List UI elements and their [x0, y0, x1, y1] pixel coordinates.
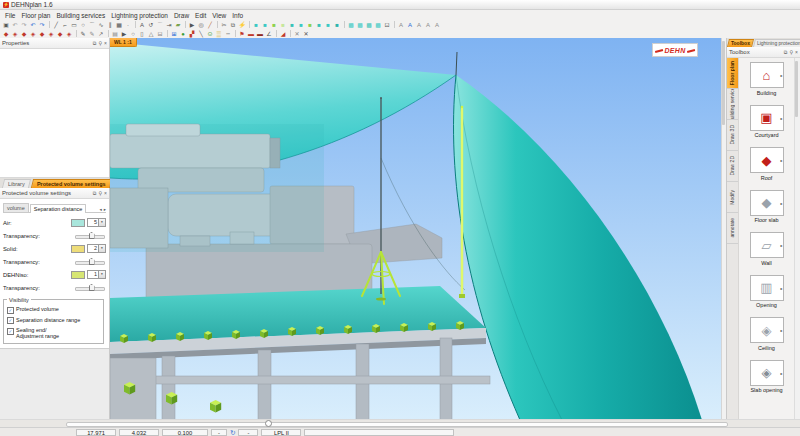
lightning-rod-icon[interactable]: ⚡	[238, 21, 246, 29]
canvas-horizontal-scrollbar-thumb[interactable]	[265, 420, 272, 427]
float-panel-icon[interactable]: ⧉	[784, 49, 788, 55]
fill-tool-icon[interactable]: ▰	[174, 21, 182, 29]
color-swatch-air[interactable]	[71, 219, 85, 227]
floor-slab-icon[interactable]: ◆▸	[750, 190, 784, 216]
material-green-tile-icon[interactable]: ■	[270, 21, 278, 29]
draw-hatch-icon[interactable]: ▦	[115, 21, 123, 29]
menu-edit[interactable]: Edit	[192, 11, 209, 20]
dock-tab-lightning-protection[interactable]: Lightning protection	[753, 39, 800, 47]
sheet-tab[interactable]: WL 1 :1	[110, 38, 137, 47]
toolbox-item-ceiling[interactable]: ◈▸Ceiling	[740, 317, 793, 351]
circle-tool-icon[interactable]: ○	[129, 30, 137, 38]
toolbox-item-wall[interactable]: ▱▸Wall	[740, 232, 793, 266]
ceiling-icon[interactable]: ◈▸	[750, 317, 784, 343]
building-icon[interactable]: ⌂▸	[750, 62, 784, 88]
canvas-vertical-scrollbar[interactable]	[721, 38, 726, 420]
clipboard-icon[interactable]: ⧉	[229, 21, 237, 29]
item-expander-icon[interactable]: ▸	[780, 73, 782, 78]
roof-icon[interactable]: ◆▸	[750, 147, 784, 173]
text-tool-icon[interactable]: A	[138, 21, 146, 29]
down-conductor-icon[interactable]: ◈	[29, 30, 37, 38]
color-swatch-solid[interactable]	[71, 245, 85, 253]
material-volume-tile-icon[interactable]: ■	[261, 21, 269, 29]
menu-info[interactable]: Info	[229, 11, 246, 20]
leader-arrow-icon[interactable]: ↗	[97, 30, 105, 38]
draw-arc-icon[interactable]: ⌒	[88, 21, 96, 29]
slider-thumb[interactable]	[89, 284, 95, 291]
toolbox-scrollbar[interactable]	[794, 58, 800, 420]
courtyard-icon[interactable]: ▣▸	[750, 105, 784, 131]
pin-panel-icon[interactable]: ⚲	[98, 40, 102, 46]
offset-tool-icon[interactable]: ⇥	[165, 21, 173, 29]
label-style-2-icon[interactable]: A	[406, 21, 414, 29]
arc-3point-icon[interactable]: ⌒	[156, 21, 164, 29]
undo-icon[interactable]: ↶	[29, 21, 37, 29]
float-panel-icon[interactable]: ⧉	[93, 190, 97, 196]
ring-conductor-icon[interactable]: ◆	[20, 30, 28, 38]
cylinder-icon[interactable]: ▯	[138, 30, 146, 38]
item-expander-icon[interactable]: ▸	[780, 200, 782, 205]
pvs-tab-volume[interactable]: volume	[3, 203, 29, 212]
draw-rectangle-icon[interactable]: ▭	[70, 21, 78, 29]
slope-marker-icon[interactable]: ◢	[279, 30, 287, 38]
toolbox-category-draw-3d[interactable]: Draw 3D	[727, 120, 738, 151]
item-expander-icon[interactable]: ▸	[780, 243, 782, 248]
texture-tile-1-icon[interactable]: ▩	[347, 21, 355, 29]
draw-polyline-icon[interactable]: ⌐	[61, 21, 69, 29]
conductor-holder-icon[interactable]: ◆	[38, 30, 46, 38]
dock-tab-protected-volume-settings[interactable]: Protected volume settings	[31, 179, 112, 188]
line-weight-spinner[interactable]: 2▾	[87, 244, 106, 253]
save-icon[interactable]: ▣	[2, 21, 10, 29]
redo-icon[interactable]: ↷	[38, 21, 46, 29]
close-panel-icon[interactable]: ×	[795, 49, 798, 55]
label-style-4-icon[interactable]: A	[424, 21, 432, 29]
angle-icon[interactable]: ∠	[265, 30, 273, 38]
wall-icon[interactable]: ▱▸	[750, 232, 784, 258]
viewport-3d[interactable]: WL 1 :1 DEHN	[110, 38, 726, 420]
draw-spline-icon[interactable]: ∿	[97, 21, 105, 29]
tab-scroll-right-icon[interactable]: ▸	[104, 207, 106, 212]
color-swatch-dehniso[interactable]	[71, 271, 85, 279]
menu-building-services[interactable]: Building services	[53, 11, 108, 20]
toolbox-item-building[interactable]: ⌂▸Building	[740, 62, 793, 96]
draw-parallel-icon[interactable]: ∥	[106, 21, 114, 29]
toolbox-category-building-services[interactable]: Building services	[727, 89, 738, 120]
rotate-tool-icon[interactable]: ↺	[147, 21, 155, 29]
checkbox[interactable]: ✓	[7, 307, 14, 314]
texture-tile-3-icon[interactable]: ▩	[365, 21, 373, 29]
line-weight-spinner[interactable]: 5▾	[87, 218, 106, 227]
sheet-icon[interactable]: ▤	[111, 30, 119, 38]
toolbox-item-roof[interactable]: ◆▸Roof	[740, 147, 793, 181]
label-style-3-icon[interactable]: A	[415, 21, 423, 29]
toolbox-item-courtyard[interactable]: ▣▸Courtyard	[740, 105, 793, 139]
swatch-icon[interactable]: ▒	[215, 30, 223, 38]
cursor-icon[interactable]: ▶	[120, 30, 128, 38]
toolbox-item-slab-opening[interactable]: ◈▸Slab opening	[740, 360, 793, 394]
draw-circle-icon[interactable]: ○	[79, 21, 87, 29]
pvs-tab-separation-distance[interactable]: Separation distance	[30, 204, 87, 213]
material-grass-tile-icon[interactable]: ■	[306, 21, 314, 29]
item-expander-icon[interactable]: ▸	[780, 328, 782, 333]
refresh-icon[interactable]: ↻	[230, 429, 235, 436]
checkbox[interactable]: ✓	[7, 328, 14, 335]
toolbox-item-opening[interactable]: ▥▸Opening	[740, 275, 793, 309]
window-icon[interactable]: ⊞	[170, 30, 178, 38]
material-cyan-tile-icon[interactable]: ■	[297, 21, 305, 29]
ruler-icon[interactable]: ┅	[224, 30, 232, 38]
edit-pen-icon[interactable]: ✎	[88, 30, 96, 38]
toolbox-category-draw-2d[interactable]: Draw 2D	[727, 151, 738, 182]
transparency-slider[interactable]	[75, 283, 105, 292]
float-panel-icon[interactable]: ⧉	[93, 40, 97, 46]
texture-tile-4-icon[interactable]: ▩	[374, 21, 382, 29]
pin-panel-icon[interactable]: ⚲	[98, 190, 102, 196]
checkbox[interactable]: ✓	[7, 317, 14, 324]
toolbox-category-modify[interactable]: Modify	[727, 182, 738, 213]
material-aqua-tile-icon[interactable]: ■	[315, 21, 323, 29]
cut-icon[interactable]: ✂	[220, 21, 228, 29]
draw-line-icon[interactable]: ╱	[52, 21, 60, 29]
undo-gray-icon[interactable]: ↶	[11, 21, 19, 29]
air-termination-mast-icon[interactable]: ◈	[11, 30, 19, 38]
measure-icon[interactable]: ╱	[206, 21, 214, 29]
redo-gray-icon[interactable]: ↷	[20, 21, 28, 29]
canvas-vertical-scrollbar-thumb[interactable]	[722, 41, 725, 125]
